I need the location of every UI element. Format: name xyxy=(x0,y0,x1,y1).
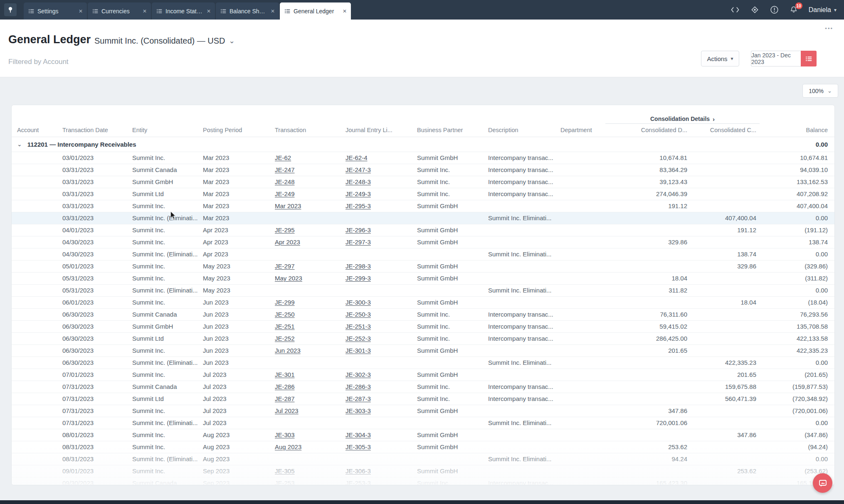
ledger-row[interactable]: 08/01/2023Summit Inc.Aug 2023JE-303JE-30… xyxy=(12,429,834,441)
col-posting-period[interactable]: Posting Period xyxy=(198,123,270,137)
transaction-link[interactable]: JE-286 xyxy=(275,383,295,390)
journal-entry-link[interactable]: JE-302-3 xyxy=(345,371,371,378)
ledger-row[interactable]: 06/30/2023Summit Inc. (Eliminati...Jun 2… xyxy=(12,356,834,369)
date-range-control[interactable]: Jan 2023 - Dec 2023 xyxy=(751,51,817,66)
close-icon[interactable]: ✕ xyxy=(143,8,147,14)
ledger-row[interactable]: 07/31/2023Summit CanadaJul 2023JE-286JE-… xyxy=(12,381,834,393)
journal-entry-link[interactable]: JE-295-3 xyxy=(345,202,371,209)
consolidation-details-header[interactable]: Consolidation Details › xyxy=(605,105,760,123)
journal-entry-link[interactable]: JE-299-3 xyxy=(345,275,371,282)
ledger-row[interactable]: 09/01/2023Summit Inc.Sep 2023JE-305JE-30… xyxy=(12,465,834,477)
ledger-row[interactable]: 06/01/2023Summit Inc.Jun 2023JE-299JE-30… xyxy=(12,296,834,308)
entity-selector[interactable]: Summit Inc. (Consolidated) — USD ⌄ xyxy=(94,36,235,46)
transaction-link[interactable]: JE-248 xyxy=(275,178,295,185)
ledger-row[interactable]: 05/31/2023Summit Inc.May 2023May 2023JE-… xyxy=(12,272,834,284)
journal-entry-link[interactable]: JE-250-3 xyxy=(345,311,371,318)
transaction-link[interactable]: JE-253 xyxy=(275,479,295,485)
transaction-link[interactable]: JE-62 xyxy=(275,154,291,161)
transaction-link[interactable]: JE-287 xyxy=(275,395,295,402)
col-journal-entry-line[interactable]: Journal Entry Li... xyxy=(341,123,412,137)
transaction-link[interactable]: JE-299 xyxy=(275,299,295,306)
ledger-row[interactable]: 04/01/2023Summit Inc.Apr 2023JE-295JE-29… xyxy=(12,224,834,236)
col-consolidated-debit[interactable]: Consolidated D... xyxy=(605,123,691,137)
transaction-link[interactable]: Apr 2023 xyxy=(275,238,300,246)
col-department[interactable]: Department xyxy=(555,123,605,137)
ledger-row[interactable]: 04/30/2023Summit Inc. (Eliminati...Apr 2… xyxy=(12,248,834,260)
transaction-link[interactable]: JE-301 xyxy=(275,371,295,378)
col-business-partner[interactable]: Business Partner xyxy=(412,123,483,137)
tab-balance-sheet[interactable]: Balance Sheet ✕ xyxy=(216,2,279,20)
col-transaction-date[interactable]: Transaction Date xyxy=(57,123,127,137)
pin-icon[interactable] xyxy=(4,3,17,16)
account-group-row[interactable]: ⌄ 112201 — Intercompany Receivables 0.00 xyxy=(12,137,834,152)
journal-entry-link[interactable]: JE-300-3 xyxy=(345,299,371,306)
tab-general-ledger[interactable]: General Ledger ✕ xyxy=(280,2,351,20)
transaction-link[interactable]: JE-250 xyxy=(275,311,295,318)
col-consolidated-credit[interactable]: Consolidated C... xyxy=(691,123,760,137)
transaction-link[interactable]: JE-303 xyxy=(275,431,295,438)
journal-entry-link[interactable]: JE-298-3 xyxy=(345,263,371,270)
journal-entry-link[interactable]: JE-247-3 xyxy=(345,166,371,173)
ledger-row[interactable]: 08/31/2023Summit Inc.Aug 2023Aug 2023JE-… xyxy=(12,441,834,453)
col-account[interactable]: Account xyxy=(12,123,57,137)
date-range-value[interactable]: Jan 2023 - Dec 2023 xyxy=(751,51,801,66)
journal-entry-link[interactable]: JE-306-3 xyxy=(345,467,371,474)
journal-entry-link[interactable]: JE-287-3 xyxy=(345,395,371,402)
ledger-row[interactable]: 06/30/2023Summit Inc.Jun 2023Jun 2023JE-… xyxy=(12,344,834,356)
ledger-row[interactable]: 06/30/2023Summit GmbHJun 2023JE-251JE-25… xyxy=(12,320,834,332)
user-menu[interactable]: Daniela ▾ xyxy=(809,6,837,14)
transaction-link[interactable]: JE-251 xyxy=(275,323,295,330)
ledger-row[interactable]: 06/30/2023Summit CanadaJun 2023JE-250JE-… xyxy=(12,308,834,320)
tab-currencies[interactable]: Currencies ✕ xyxy=(88,2,151,20)
journal-entry-link[interactable]: JE-297-3 xyxy=(345,238,371,246)
ledger-row[interactable]: 09/30/2023Summit CanadaSep 2023JE-253JE-… xyxy=(12,477,834,485)
tab-settings[interactable]: Settings ✕ xyxy=(24,2,87,20)
journal-entry-link[interactable]: JE-304-3 xyxy=(345,431,371,438)
journal-entry-link[interactable]: JE-303-3 xyxy=(345,407,371,414)
ledger-row[interactable]: 03/01/2023Summit Inc.Mar 2023JE-62JE-62-… xyxy=(12,152,834,164)
transaction-link[interactable]: JE-295 xyxy=(275,226,295,234)
transaction-link[interactable]: JE-249 xyxy=(275,190,295,197)
ledger-row[interactable]: 04/30/2023Summit Inc.Apr 2023Apr 2023JE-… xyxy=(12,236,834,248)
close-icon[interactable]: ✕ xyxy=(343,8,347,14)
journal-entry-link[interactable]: JE-251-3 xyxy=(345,323,371,330)
ledger-row[interactable]: 03/31/2023Summit CanadaMar 2023JE-247JE-… xyxy=(12,164,834,176)
diamond-icon[interactable] xyxy=(750,5,759,14)
actions-button[interactable]: Actions ▾ xyxy=(701,51,739,66)
close-icon[interactable]: ✕ xyxy=(79,8,83,14)
journal-entry-link[interactable]: JE-296-3 xyxy=(345,226,371,234)
ledger-row[interactable]: 03/31/2023Summit LtdMar 2023JE-249JE-249… xyxy=(12,188,834,200)
ledger-row[interactable]: 03/31/2023Summit Inc. (Eliminati...Mar 2… xyxy=(12,212,834,224)
col-entity[interactable]: Entity xyxy=(127,123,198,137)
journal-entry-link[interactable]: JE-249-3 xyxy=(345,190,371,197)
ledger-row[interactable]: 05/31/2023Summit Inc. (Eliminati...May 2… xyxy=(12,284,834,296)
notifications-bell-icon[interactable]: 10 xyxy=(790,5,798,14)
journal-entry-link[interactable]: JE-252-3 xyxy=(345,335,371,342)
close-icon[interactable]: ✕ xyxy=(271,8,275,14)
journal-entry-link[interactable]: JE-253-3 xyxy=(345,479,371,485)
more-options-icon[interactable]: ••• xyxy=(825,25,833,32)
journal-entry-link[interactable]: JE-305-3 xyxy=(345,443,371,450)
transaction-link[interactable]: JE-305 xyxy=(275,467,295,474)
ledger-row[interactable]: 07/01/2023Summit Inc.Jul 2023JE-301JE-30… xyxy=(12,369,834,381)
col-transaction[interactable]: Transaction xyxy=(270,123,341,137)
info-icon[interactable] xyxy=(770,5,779,14)
help-chat-fab[interactable] xyxy=(813,473,832,493)
transaction-link[interactable]: JE-252 xyxy=(275,335,295,342)
transaction-link[interactable]: JE-297 xyxy=(275,263,295,270)
ledger-row[interactable]: 05/01/2023Summit Inc.May 2023JE-297JE-29… xyxy=(12,260,834,272)
journal-entry-link[interactable]: JE-62-4 xyxy=(345,154,368,161)
transaction-link[interactable]: Jun 2023 xyxy=(275,347,301,354)
col-description[interactable]: Description xyxy=(483,123,555,137)
ledger-row[interactable]: 08/31/2023Summit Inc. (Eliminati...Aug 2… xyxy=(12,453,834,465)
transaction-link[interactable]: May 2023 xyxy=(275,275,302,282)
transaction-link[interactable]: JE-247 xyxy=(275,166,295,173)
ledger-row[interactable]: 07/31/2023Summit Inc.Jul 2023Jul 2023JE-… xyxy=(12,405,834,417)
ledger-row[interactable]: 07/31/2023Summit Inc. (Eliminati...Jul 2… xyxy=(12,417,834,429)
transaction-link[interactable]: Jul 2023 xyxy=(275,407,299,414)
transaction-link[interactable]: Aug 2023 xyxy=(275,443,301,450)
tab-income-statement[interactable]: Income Statement ✕ xyxy=(152,2,215,20)
journal-entry-link[interactable]: JE-301-3 xyxy=(345,347,371,354)
ledger-row[interactable]: 03/31/2023Summit Inc.Mar 2023Mar 2023JE-… xyxy=(12,200,834,212)
period-list-button[interactable] xyxy=(801,51,817,66)
